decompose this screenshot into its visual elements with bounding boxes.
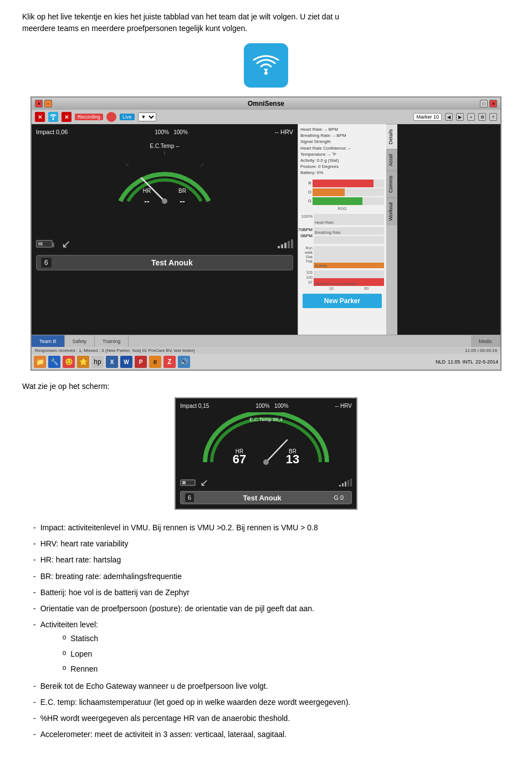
recording-label[interactable]: Recording (75, 114, 103, 120)
temp-97: 97 (308, 280, 313, 284)
help-btn[interactable]: ? (489, 113, 497, 121)
small-battery-fill (182, 481, 186, 484)
rog-label: ROG (300, 207, 384, 211)
stat-hr-conf: Heart Rate Confidence: -- (300, 145, 384, 151)
impact-value: Impact 0,06 (36, 129, 68, 135)
new-parker-button[interactable]: New Parker (303, 294, 382, 308)
sub-rennen: o Rennen (63, 662, 99, 676)
minimize-button[interactable]: − (44, 100, 52, 108)
name-tag-label: Test Anouk (56, 258, 288, 267)
sub-bullet-o-1: o (63, 632, 66, 646)
signal-bar-1 (278, 246, 280, 248)
bullet-activiteiten-content: Activiteiten level: o Statisch o Lopen o… (40, 618, 99, 677)
activity-label-text: Activity (315, 264, 327, 268)
svg-text:--: -- (144, 197, 150, 206)
x-button[interactable]: ✕ (489, 100, 497, 108)
bullet-bereik: - Bereik tot de Echo Gateway wanneer u d… (33, 679, 510, 693)
marker-prev[interactable]: ◀ (445, 113, 453, 121)
bullet-list: - Impact: activiteitenlevel in VMU. Bij … (33, 521, 510, 742)
dash-8: - (33, 679, 36, 693)
breathing-rate-label: Breathing Rate (315, 231, 341, 234)
small-hrv: -- HRV (335, 403, 352, 409)
live-label[interactable]: Live (120, 114, 135, 120)
br-axis-labels: 70BPM 0BPM (300, 227, 313, 244)
ec-temp: E.C.Temp -- (150, 143, 179, 149)
dark-panel (32, 273, 298, 317)
taskbar-z[interactable]: Z (163, 356, 176, 368)
toolbar-x-icon[interactable]: ✕ (35, 112, 45, 122)
hr-bar-container: Heart Rate (314, 214, 384, 225)
gauge-header: Impact 0,06 100% 100% -- HRV (36, 129, 293, 135)
taskbar-ppt[interactable]: P (135, 356, 147, 368)
sensor-panel: Impact 0,06 100% 100% -- HRV E.C.Temp -- (32, 124, 298, 335)
close-button[interactable]: ✕ (35, 100, 43, 108)
signal-bar-4 (288, 241, 290, 248)
tab-medic[interactable]: Medic (471, 335, 500, 347)
taskbar-tool[interactable]: 🔧 (48, 356, 60, 368)
status-left: Responses received : 1, Missed : 3 (New … (35, 348, 195, 353)
bullet-text-2: HRV: heart rate variability (40, 537, 129, 551)
bullet-text-8: Bereik tot de Echo Gateway wanneer u de … (40, 679, 268, 693)
bar-row-o: O (300, 188, 384, 196)
taskbar-excel[interactable]: X (106, 356, 118, 368)
stat-posture: Posture: 0 Degrees (300, 163, 384, 170)
tab-workout[interactable]: Workout (386, 197, 397, 225)
bar-label-o: O (300, 190, 311, 195)
taskbar-hp[interactable]: hp (91, 356, 104, 368)
dash-5: - (33, 586, 36, 600)
tab-team-b[interactable]: Team B (32, 335, 65, 347)
small-battery-row: ↙ (180, 477, 352, 489)
temp-labels: 103 100 97 (300, 270, 313, 290)
stat-battery: Battery: 0% (300, 170, 384, 176)
taskbar-folder[interactable]: 📁 (34, 356, 46, 368)
stat-br: Breathing Rate: -- BPM (300, 132, 384, 139)
activity-stat: Stat (306, 255, 313, 259)
tab-safety[interactable]: Safety (65, 335, 95, 347)
svg-text:67: 67 (233, 452, 246, 466)
stat-signal: Signal Strength (300, 139, 384, 145)
omnisense-titlebar: ✕ − OmniSense □ ✕ (32, 98, 500, 110)
temp-section: 103 100 97 Estimated Core Temperature 10 (300, 270, 384, 290)
tab-details[interactable]: Details (386, 124, 397, 149)
omnisense-bottom-tabs: Team B Safety Training Medic (32, 335, 500, 347)
tab-training[interactable]: Training (95, 335, 129, 347)
resize-button[interactable]: □ (480, 100, 488, 108)
activity-bar: Activity (314, 246, 384, 268)
temp-x1: 10 (329, 286, 334, 290)
br-0bpm: 0BPM (300, 233, 313, 238)
tab-accel[interactable]: Accel (386, 149, 397, 171)
taskbar-face[interactable]: 😊 (63, 356, 75, 368)
bar-label-g: G (300, 198, 311, 203)
temp-x2: 60 (364, 286, 369, 290)
right-panel: Heart Rate: -- BPM Breathing Rate: -- BP… (298, 124, 397, 335)
bar-fill-r (313, 180, 374, 187)
marker-select[interactable]: Marker 10 (413, 113, 442, 121)
gauge-svg: HR BR -- -- (109, 140, 220, 212)
bullet-activiteiten: - Activiteiten level: o Statisch o Lopen… (33, 618, 510, 677)
small-ec-temp: E.C.Temp 96,4 (249, 417, 283, 422)
settings-btn[interactable]: ⚙ (478, 113, 486, 121)
taskbar-star[interactable]: ⭐ (77, 356, 89, 368)
omnisense-statusbar: Responses received : 1, Missed : 3 (New … (32, 347, 500, 354)
taskbar-ie[interactable]: e (149, 356, 161, 368)
posture-arrow: ↙ (62, 237, 71, 250)
small-g-badge: G 0 (330, 493, 347, 502)
svg-point-1 (53, 119, 54, 120)
svg-line-5 (201, 163, 203, 166)
omnisense-screenshot: ✕ − OmniSense □ ✕ ✕ ✕ Recording Live ▼ M… (30, 96, 502, 371)
sub-list-activiteiten: o Statisch o Lopen o Rennen (63, 632, 99, 676)
toolbar-wifi-icon[interactable] (48, 112, 58, 122)
tab-comms[interactable]: Comms (386, 171, 397, 197)
marker-add[interactable]: + (467, 113, 475, 121)
small-name-tag: 6 Test Anouk G 0 (180, 491, 352, 504)
br-top-bar: Breathing Rate (314, 227, 384, 235)
marker-next[interactable]: ▶ (456, 113, 464, 121)
live-dropdown[interactable]: ▼ (138, 112, 156, 121)
bullet-text-5: Batterij: hoe vol is de batterij van de … (40, 586, 190, 600)
toolbar-x2-icon[interactable]: ✕ (62, 112, 71, 122)
taskbar-word[interactable]: W (120, 356, 132, 368)
small-bar-1 (339, 485, 341, 487)
taskbar-audio[interactable]: 🔊 (178, 356, 190, 368)
svg-line-13 (266, 440, 287, 462)
hr-100pct: 100% (300, 214, 313, 225)
